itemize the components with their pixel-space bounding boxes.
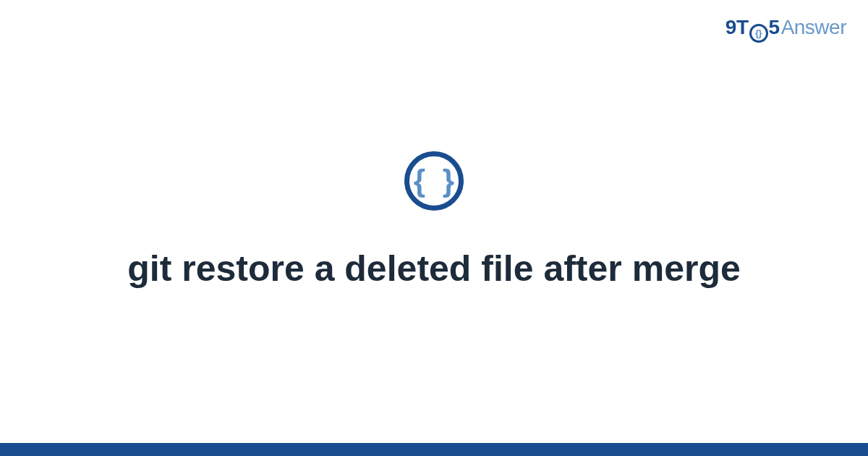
page-title: git restore a deleted file after merge — [127, 245, 741, 292]
code-braces-icon: { } — [414, 166, 459, 196]
footer-accent-bar — [0, 443, 868, 456]
category-icon-circle: { } — [404, 151, 464, 211]
main-content: { } git restore a deleted file after mer… — [0, 0, 868, 443]
